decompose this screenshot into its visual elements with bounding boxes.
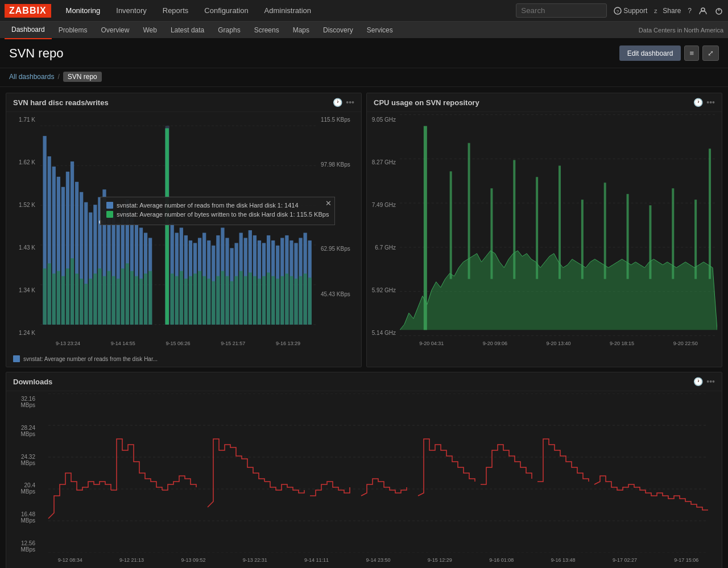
dl-x-2: 9-12 21:13 (119, 557, 144, 563)
subnav-dashboard[interactable]: Dashboard (5, 21, 52, 39)
svg-rect-104 (221, 271, 224, 325)
svg-rect-77 (84, 284, 88, 325)
chart-svn-disk-svg (6, 114, 361, 336)
svg-rect-79 (93, 273, 97, 325)
help-button[interactable]: ? (688, 7, 692, 15)
breadcrumb-separator: / (57, 73, 59, 81)
view-list-button[interactable]: ≡ (684, 45, 699, 61)
panel-cpu-time-icon[interactable]: 🕐 (693, 98, 703, 107)
svg-rect-115 (271, 276, 275, 325)
subnav-context: Data Centers in North America (639, 27, 723, 34)
dl-x-10: 9-17 02:27 (613, 557, 637, 563)
dl-x-4: 9-13 22:31 (243, 557, 267, 563)
dl-y-5: 16.48 MBps (9, 511, 35, 524)
x-label-4: 9-15 21:57 (221, 341, 245, 346)
svg-rect-140 (604, 183, 606, 279)
tooltip-close[interactable]: ✕ (325, 199, 332, 208)
svg-rect-68 (43, 268, 46, 325)
chart-downloads-svg (6, 393, 722, 553)
search-input[interactable] (516, 3, 607, 18)
svg-rect-98 (193, 273, 197, 325)
svg-rect-113 (262, 276, 266, 325)
dl-x-3: 9-13 09:52 (181, 557, 205, 563)
panel-downloads-body: 32.16 MBps 28.24 MBps 24.32 MBps 20.4 MB… (6, 391, 722, 568)
panel-downloads-title: Downloads (13, 378, 52, 386)
svg-rect-142 (649, 205, 651, 279)
svg-rect-87 (130, 271, 134, 325)
dl-y-1: 32.16 MBps (9, 396, 35, 408)
subnav-screens[interactable]: Screens (247, 22, 286, 39)
svg-rect-93 (171, 273, 174, 325)
subnav-graphs[interactable]: Graphs (211, 22, 247, 39)
panel-svn-disk-time-icon[interactable]: 🕐 (333, 98, 342, 107)
svg-rect-116 (276, 279, 279, 325)
cpu-y-4: 6.7 GHz (369, 244, 396, 251)
svg-rect-99 (198, 271, 201, 325)
chart-svn-disk-y-axis: 1.71 K 1.62 K 1.52 K 1.43 K 1.34 K 1.24 … (6, 114, 38, 336)
share-button[interactable]: Z Share (654, 7, 681, 15)
fullscreen-button[interactable]: ⤢ (702, 45, 719, 61)
dl-x-6: 9-14 23:50 (366, 557, 390, 563)
nav-administration[interactable]: Administration (257, 0, 319, 22)
cpu-y-2: 8.27 GHz (369, 159, 396, 165)
dl-x-9: 9-16 13:48 (551, 557, 576, 563)
nav-configuration[interactable]: Configuration (196, 0, 256, 22)
svg-text:?: ? (617, 9, 619, 14)
edit-dashboard-button[interactable]: Edit dashboard (619, 45, 681, 61)
support-button[interactable]: ? Support (614, 7, 647, 15)
y-label-2: 1.62 K (9, 159, 35, 165)
chart-cpu-svg (367, 114, 722, 336)
subnav-discovery[interactable]: Discovery (316, 22, 360, 39)
svg-rect-138 (559, 165, 561, 279)
y-label-6: 1.24 K (9, 330, 35, 336)
panel-downloads-time-icon[interactable]: 🕐 (693, 377, 703, 386)
cpu-y-6: 5.14 GHz (369, 330, 396, 336)
page-title: SVN repo (9, 46, 63, 61)
svg-rect-111 (253, 276, 257, 325)
page-header-actions: Edit dashboard ≡ ⤢ (619, 45, 719, 61)
subnav-web[interactable]: Web (136, 22, 163, 39)
svg-rect-89 (139, 279, 143, 325)
cpu-y-1: 9.05 GHz (369, 117, 396, 123)
breadcrumb: All dashboards / SVN repo (0, 68, 728, 87)
svg-rect-134 (468, 143, 470, 279)
nav-reports[interactable]: Reports (155, 0, 197, 22)
user-button[interactable] (698, 6, 708, 15)
svg-rect-119 (289, 276, 293, 325)
power-button[interactable] (714, 6, 723, 15)
svg-rect-144 (694, 200, 697, 279)
yr-label-4: 62.95 KBps (321, 246, 359, 252)
subnav-maps[interactable]: Maps (286, 22, 316, 39)
svg-rect-133 (450, 171, 452, 279)
chart-svn-disk-legend: svnstat: Average number of reads from th… (6, 353, 361, 364)
panel-downloads-icons: 🕐 ••• (693, 377, 715, 386)
panel-cpu-more-icon[interactable]: ••• (706, 98, 715, 107)
svg-rect-96 (184, 279, 188, 325)
nav-inventory[interactable]: Inventory (108, 0, 154, 22)
dashboard: SVN hard disc reads/writes 🕐 ••• 1.71 K … (0, 87, 728, 568)
svg-rect-83 (111, 276, 115, 325)
breadcrumb-all-dashboards[interactable]: All dashboards (9, 73, 54, 81)
logo[interactable]: ZABBIX (5, 4, 51, 18)
panel-svn-disk-more-icon[interactable]: ••• (346, 98, 354, 107)
panel-cpu: CPU usage on SVN repository 🕐 ••• 9.05 G… (366, 93, 722, 367)
panel-downloads-more-icon[interactable]: ••• (706, 377, 715, 386)
svg-rect-81 (102, 276, 106, 325)
dl-x-1: 9-12 08:34 (58, 557, 82, 563)
svg-rect-85 (121, 268, 125, 325)
support-icon: ? (614, 7, 622, 15)
subnav-problems[interactable]: Problems (52, 22, 94, 39)
svg-rect-110 (249, 272, 252, 324)
subnav-services[interactable]: Services (360, 22, 400, 39)
nav-monitoring[interactable]: Monitoring (58, 0, 109, 22)
svg-rect-107 (234, 276, 238, 325)
panel-downloads: Downloads 🕐 ••• 32.16 MBps 28.24 MBps 24… (6, 372, 722, 568)
chart-tooltip: ✕ svnstat: Average number of reads from … (100, 197, 335, 225)
svg-rect-145 (709, 148, 711, 279)
panel-cpu-icons: 🕐 ••• (693, 98, 715, 107)
yr-label-5: 45.43 KBps (321, 291, 359, 297)
subnav-latest-data[interactable]: Latest data (164, 22, 211, 39)
subnav-overview[interactable]: Overview (94, 22, 136, 39)
legend-text-reads: svnstat: Average number of reads from th… (23, 356, 158, 362)
svg-rect-73 (66, 268, 69, 325)
